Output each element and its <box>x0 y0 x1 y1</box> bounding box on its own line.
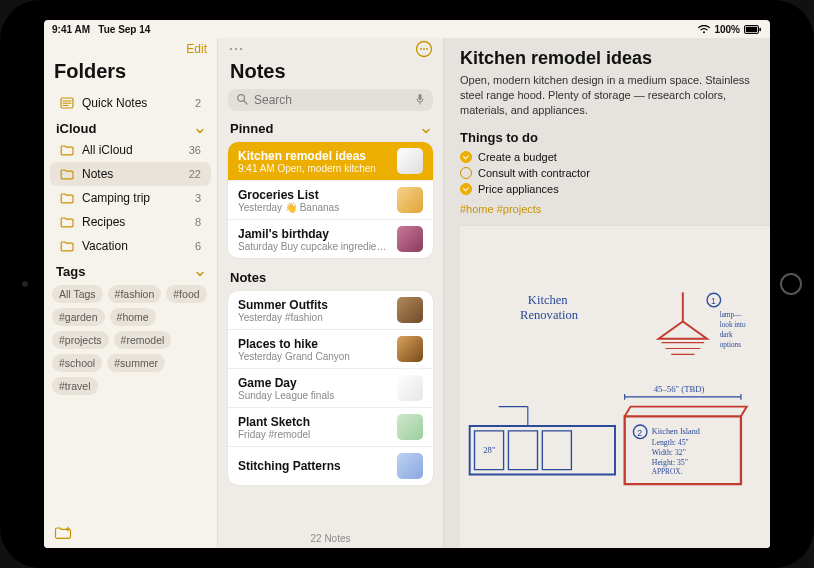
battery-pct: 100% <box>714 24 740 35</box>
status-date: Tue Sep 14 <box>98 24 150 35</box>
tag-chip[interactable]: #home <box>110 308 156 326</box>
svg-point-6 <box>240 48 242 50</box>
search-field[interactable] <box>228 89 433 111</box>
note-row-subtitle: Yesterday Grand Canyon <box>238 351 389 362</box>
note-hashtags[interactable]: #home #projects <box>460 203 770 215</box>
svg-text:1: 1 <box>711 295 716 305</box>
note-row[interactable]: Kitchen remodel ideas9:41 AM Open, moder… <box>228 142 433 180</box>
todo-item[interactable]: Create a budget <box>460 149 770 165</box>
svg-point-5 <box>235 48 237 50</box>
svg-text:dark: dark <box>720 330 733 338</box>
note-row-title: Groceries List <box>238 188 389 202</box>
svg-text:APPROX.: APPROX. <box>652 468 683 476</box>
svg-text:Length: 45": Length: 45" <box>652 438 689 447</box>
tags-list: All Tags#fashion#food#garden#home#projec… <box>44 281 217 399</box>
svg-text:Height: 35": Height: 35" <box>652 457 688 466</box>
todo-item[interactable]: Consult with contractor <box>460 165 770 181</box>
quick-notes-row[interactable]: Quick Notes 2 <box>50 91 211 115</box>
home-button[interactable] <box>780 273 802 295</box>
notes-title: Notes <box>218 58 443 89</box>
note-sketch[interactable]: 45–56" (TBD) 28" Kitchen Renovation 1 2 … <box>460 225 770 548</box>
folder-count: 6 <box>195 240 201 252</box>
folder-row[interactable]: Notes22 <box>50 162 211 186</box>
note-thumbnail <box>397 187 423 213</box>
svg-point-8 <box>420 48 422 50</box>
status-bar: 9:41 AM Tue Sep 14 100% <box>44 20 770 38</box>
new-folder-icon[interactable] <box>54 526 72 542</box>
battery-icon <box>744 25 762 34</box>
svg-rect-2 <box>759 27 761 30</box>
quick-notes-count: 2 <box>195 97 201 109</box>
todo-item[interactable]: Price appliances <box>460 181 770 197</box>
folders-title: Folders <box>54 58 207 91</box>
folder-row[interactable]: Recipes8 <box>50 210 211 234</box>
note-row-subtitle: Yesterday #fashion <box>238 312 389 323</box>
tag-chip[interactable]: #school <box>52 354 102 372</box>
svg-text:2: 2 <box>637 427 642 437</box>
quick-notes-icon <box>60 97 74 109</box>
note-row[interactable]: Jamil's birthdaySaturday Buy cupcake ing… <box>228 219 433 258</box>
tag-chip[interactable]: #garden <box>52 308 105 326</box>
edit-button[interactable]: Edit <box>54 40 207 58</box>
todo-checkbox[interactable] <box>460 167 472 179</box>
note-row-subtitle: Yesterday 👋 Bananas <box>238 202 389 213</box>
svg-rect-1 <box>746 26 757 31</box>
ipad-frame: 9:41 AM Tue Sep 14 100% Edit Folders <box>0 0 814 568</box>
search-input[interactable] <box>254 93 409 107</box>
tag-chip[interactable]: #food <box>166 285 206 303</box>
todo-checkbox[interactable] <box>460 183 472 195</box>
todo-checkbox[interactable] <box>460 151 472 163</box>
note-row-title: Jamil's birthday <box>238 227 389 241</box>
svg-text:28": 28" <box>483 445 496 455</box>
tag-chip[interactable]: #summer <box>107 354 165 372</box>
note-thumbnail <box>397 414 423 440</box>
tag-chip[interactable]: #travel <box>52 377 98 395</box>
svg-rect-12 <box>418 94 421 100</box>
tag-chip[interactable]: #remodel <box>114 331 172 349</box>
tag-chip[interactable]: #fashion <box>108 285 162 303</box>
note-row-title: Plant Sketch <box>238 415 389 429</box>
pinned-header[interactable]: Pinned <box>218 119 443 138</box>
status-left: 9:41 AM Tue Sep 14 <box>52 24 150 35</box>
folder-icon <box>60 240 74 252</box>
note-row-subtitle: Sunday League finals <box>238 390 389 401</box>
more-options-icon[interactable] <box>415 40 433 58</box>
folder-count: 22 <box>189 168 201 180</box>
svg-point-4 <box>230 48 232 50</box>
note-row-title: Summer Outfits <box>238 298 389 312</box>
tag-chip[interactable]: All Tags <box>52 285 103 303</box>
folder-row[interactable]: All iCloud36 <box>50 138 211 162</box>
tags-header[interactable]: Tags <box>44 258 217 281</box>
note-row[interactable]: Stitching Patterns <box>228 446 433 485</box>
notes-count-footer: 22 Notes <box>218 533 443 544</box>
note-row-subtitle: Saturday Buy cupcake ingredients <box>238 241 389 252</box>
note-row[interactable]: Groceries ListYesterday 👋 Bananas <box>228 180 433 219</box>
note-row[interactable]: Places to hikeYesterday Grand Canyon <box>228 329 433 368</box>
pinned-header-label: Pinned <box>230 121 273 136</box>
toolbar-menu-icon[interactable] <box>228 44 244 54</box>
folder-row[interactable]: Camping trip3 <box>50 186 211 210</box>
mic-icon[interactable] <box>415 93 425 107</box>
note-detail-pane: Kitchen remodel ideas Open, modern kitch… <box>444 38 770 548</box>
folders-sidebar: Edit Folders Quick Notes 2 iCloud <box>44 38 218 548</box>
note-row[interactable]: Summer OutfitsYesterday #fashion <box>228 291 433 329</box>
note-row[interactable]: Plant SketchFriday #remodel <box>228 407 433 446</box>
note-thumbnail <box>397 226 423 252</box>
folder-count: 36 <box>189 144 201 156</box>
note-row-subtitle: Friday #remodel <box>238 429 389 440</box>
tag-chip[interactable]: #projects <box>52 331 109 349</box>
svg-point-9 <box>423 48 425 50</box>
search-icon <box>236 93 248 107</box>
svg-point-11 <box>238 95 245 102</box>
note-row[interactable]: Game DaySunday League finals <box>228 368 433 407</box>
folder-row[interactable]: Vacation6 <box>50 234 211 258</box>
notes-group-label: Notes <box>230 270 266 285</box>
todo-label: Consult with contractor <box>478 167 590 179</box>
svg-text:Width: 32": Width: 32" <box>652 448 686 457</box>
icloud-header[interactable]: iCloud <box>44 115 217 138</box>
status-time: 9:41 AM <box>52 24 90 35</box>
note-thumbnail <box>397 375 423 401</box>
icloud-header-label: iCloud <box>56 121 96 136</box>
folder-count: 8 <box>195 216 201 228</box>
note-body[interactable]: Open, modern kitchen design in a medium … <box>460 73 760 118</box>
